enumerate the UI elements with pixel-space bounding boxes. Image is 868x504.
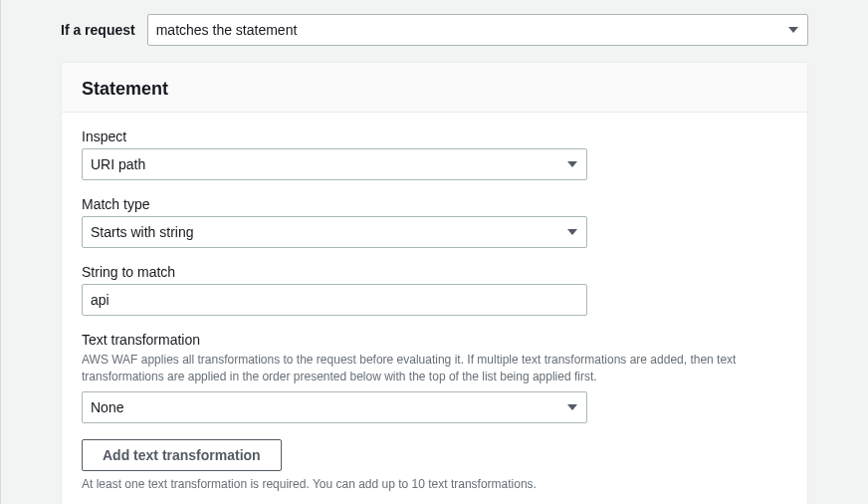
inspect-select-wrap: URI path [82, 148, 587, 180]
text-transformation-select[interactable]: None [82, 391, 587, 423]
statement-panel: Statement Inspect URI path Match type St… [61, 62, 808, 504]
string-to-match-input[interactable] [82, 284, 587, 316]
text-transformation-field: Text transformation AWS WAF applies all … [82, 332, 787, 423]
condition-label: If a request [61, 22, 135, 38]
match-type-label: Match type [82, 196, 787, 212]
condition-select[interactable]: matches the statement [147, 14, 808, 46]
statement-panel-header: Statement [62, 63, 807, 113]
inspect-field: Inspect URI path [82, 128, 787, 180]
text-transformation-select-wrap: None [82, 391, 587, 423]
string-to-match-input-wrap [82, 284, 587, 316]
add-transformation-hint: At least one text transformation is requ… [82, 477, 787, 491]
add-transformation-section: Add text transformation At least one tex… [82, 439, 787, 491]
string-to-match-label: String to match [82, 264, 787, 280]
add-text-transformation-button[interactable]: Add text transformation [82, 439, 282, 471]
condition-row: If a request matches the statement [61, 14, 808, 46]
panel-title: Statement [82, 79, 787, 100]
inspect-select[interactable]: URI path [82, 148, 587, 180]
inspect-label: Inspect [82, 128, 787, 144]
match-type-select-wrap: Starts with string [82, 216, 587, 248]
rule-condition-container: If a request matches the statement State… [0, 0, 868, 504]
statement-panel-body: Inspect URI path Match type Starts with … [62, 113, 807, 504]
match-type-select[interactable]: Starts with string [82, 216, 587, 248]
condition-select-wrap: matches the statement [147, 14, 808, 46]
text-transformation-label: Text transformation [82, 332, 787, 348]
string-to-match-field: String to match [82, 264, 787, 316]
match-type-field: Match type Starts with string [82, 196, 787, 248]
text-transformation-description: AWS WAF applies all transformations to t… [82, 352, 787, 385]
